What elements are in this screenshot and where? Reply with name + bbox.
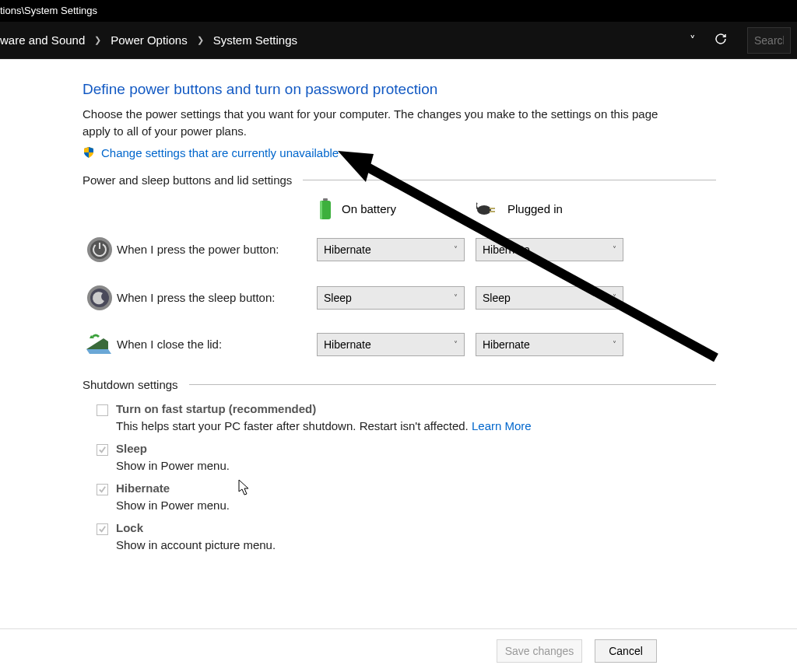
- window-title: tions\System Settings: [0, 5, 97, 16]
- power-button-plugged-select[interactable]: Hibernate˅: [476, 238, 623, 261]
- chevron-down-icon: ˅: [613, 293, 616, 302]
- hibernate-chk-label: Hibernate: [116, 481, 170, 495]
- column-on-battery: On battery: [317, 198, 476, 221]
- lock-checkbox[interactable]: [97, 523, 108, 535]
- power-button-label: When I press the power button:: [117, 243, 317, 256]
- fast-startup-label: Turn on fast startup (recommended): [116, 402, 316, 415]
- sleep-button-battery-select[interactable]: Sleep˅: [317, 286, 465, 310]
- svg-rect-2: [320, 201, 322, 219]
- chevron-down-icon: ˅: [613, 245, 616, 254]
- change-unavailable-settings-link[interactable]: Change settings that are currently unava…: [101, 146, 339, 159]
- svg-point-3: [477, 205, 491, 215]
- chevron-down-icon: ˅: [454, 245, 458, 254]
- breadcrumb: ware and Sound ❯ Power Options ❯ System …: [0, 33, 685, 47]
- section-shutdown: Shutdown settings: [83, 378, 178, 391]
- power-button-icon: [86, 236, 113, 263]
- divider: [303, 180, 716, 180]
- section-buttons-lid: Power and sleep buttons and lid settings: [83, 173, 292, 187]
- hibernate-checkbox[interactable]: [97, 484, 108, 495]
- fast-startup-checkbox[interactable]: [97, 404, 108, 416]
- shield-icon: [83, 146, 95, 159]
- divider: [189, 384, 716, 385]
- window-titlebar: tions\System Settings: [0, 0, 797, 22]
- row-sleep-button: When I press the sleep button: Sleep˅ Sl…: [83, 285, 716, 311]
- chevron-right-icon: ❯: [94, 35, 101, 45]
- lock-chk-label: Lock: [116, 521, 143, 534]
- refresh-icon[interactable]: [713, 33, 729, 47]
- svg-rect-0: [323, 198, 328, 201]
- chevron-down-icon: ˅: [454, 340, 458, 348]
- hibernate-chk-desc: Show in Power menu.: [116, 499, 716, 512]
- plug-icon: [476, 202, 500, 216]
- sleep-chk-label: Sleep: [116, 442, 147, 455]
- lid-plugged-select[interactable]: Hibernate˅: [476, 333, 623, 356]
- chevron-down-icon: ˅: [613, 340, 616, 348]
- address-bar: ware and Sound ❯ Power Options ❯ System …: [0, 22, 797, 59]
- sleep-button-icon: [86, 285, 113, 311]
- battery-icon: [317, 198, 334, 221]
- cancel-button[interactable]: Cancel: [595, 639, 657, 663]
- lid-battery-select[interactable]: Hibernate˅: [317, 333, 465, 356]
- row-power-button: When I press the power button: Hibernate…: [83, 236, 716, 263]
- column-plugged-in: Plugged in: [476, 202, 636, 216]
- chevron-down-icon: ˅: [454, 293, 458, 302]
- page-intro: Choose the power settings that you want …: [83, 106, 674, 140]
- svg-rect-5: [490, 211, 495, 212]
- main-content: Define power buttons and turn on passwor…: [0, 59, 716, 551]
- lock-chk-desc: Show in account picture menu.: [116, 538, 716, 551]
- page-title: Define power buttons and turn on passwor…: [83, 81, 716, 98]
- footer-actions: Save changes Cancel: [0, 628, 797, 672]
- breadcrumb-item[interactable]: ware and Sound: [0, 33, 85, 47]
- sleep-button-plugged-select[interactable]: Sleep˅: [476, 286, 623, 310]
- power-button-battery-select[interactable]: Hibernate˅: [317, 238, 465, 261]
- sleep-chk-desc: Show in Power menu.: [116, 459, 716, 472]
- breadcrumb-item[interactable]: Power Options: [111, 33, 187, 47]
- search-input[interactable]: [747, 27, 791, 54]
- sleep-checkbox[interactable]: [97, 444, 108, 456]
- chevron-right-icon: ❯: [197, 35, 204, 45]
- laptop-lid-icon: [85, 334, 114, 355]
- chevron-down-icon[interactable]: ˅: [685, 33, 700, 47]
- svg-rect-4: [490, 208, 495, 209]
- learn-more-link[interactable]: Learn More: [472, 419, 532, 432]
- sleep-button-label: When I press the sleep button:: [117, 291, 317, 304]
- save-changes-button: Save changes: [497, 639, 582, 663]
- lid-label: When I close the lid:: [117, 338, 317, 351]
- breadcrumb-item[interactable]: System Settings: [213, 33, 297, 47]
- row-close-lid: When I close the lid: Hibernate˅ Hiberna…: [83, 333, 716, 356]
- fast-startup-desc: This helps start your PC faster after sh…: [116, 419, 716, 432]
